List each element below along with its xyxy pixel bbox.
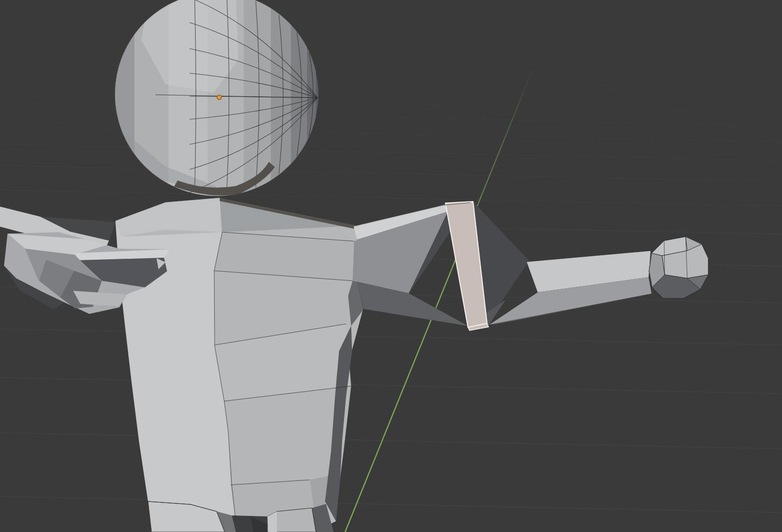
viewport-3d[interactable] (0, 0, 782, 532)
scene-canvas[interactable] (0, 0, 782, 532)
object-origin-dot[interactable] (217, 95, 222, 100)
